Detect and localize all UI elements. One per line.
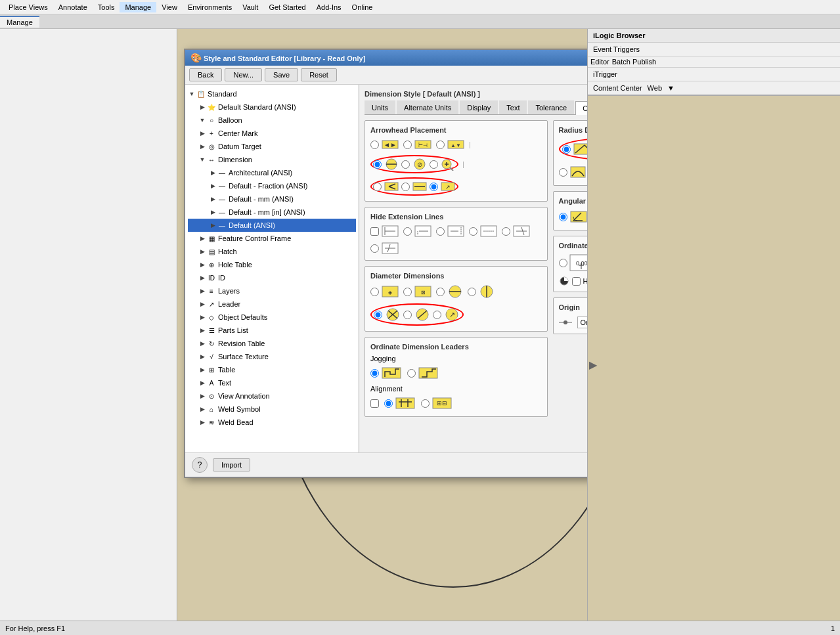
tree-item-revision-table[interactable]: ▶↻Revision Table	[188, 337, 356, 350]
tree-item-center-mark[interactable]: ▶+Center Mark	[188, 127, 356, 140]
align-radio-input-1[interactable]	[384, 399, 393, 408]
arrow-radio-9[interactable]: ↗	[430, 180, 456, 193]
diam-radio-7[interactable]: ↗	[433, 307, 460, 322]
batch-publish-tab[interactable]: Batch Publish	[612, 58, 656, 66]
help-button[interactable]: ?	[192, 457, 208, 473]
tree-item-object-defaults[interactable]: ▶◇Object Defaults	[188, 311, 356, 324]
orig-radio-1[interactable]: 0.00	[559, 253, 588, 272]
diam-radio-input-5[interactable]	[374, 311, 382, 319]
menu-view[interactable]: View	[156, 2, 183, 12]
jog-radio-2[interactable]	[407, 365, 439, 381]
orig-radio-input-1[interactable]	[559, 259, 567, 267]
tree-item-default---mm-[in]-ansi[interactable]: ▶—Default - mm [in] (ANSI)	[188, 206, 356, 219]
tree-expander[interactable]: ▶	[198, 248, 206, 255]
tree-item-hole-table[interactable]: ▶⊕Hole Table	[188, 258, 356, 271]
hide-ext-radio-input-4[interactable]	[502, 227, 510, 236]
arrow-radio-input-6[interactable]	[430, 160, 438, 169]
arrow-radio-input-8[interactable]	[401, 183, 410, 191]
hide-ext-radio-4[interactable]	[502, 225, 531, 238]
tree-expander[interactable]: ▶	[198, 235, 206, 242]
menu-tools[interactable]: Tools	[93, 2, 120, 12]
menu-online[interactable]: Online	[347, 2, 378, 12]
menu-vault[interactable]: Vault	[237, 2, 263, 12]
align-radio-2[interactable]: ⊞⊟	[421, 395, 453, 411]
tab-display[interactable]: Display	[460, 100, 498, 114]
jog-radio-input-2[interactable]	[407, 369, 416, 378]
rad-radio-input-6[interactable]	[559, 168, 567, 177]
hide-ext-radio-3[interactable]	[469, 225, 498, 238]
hide-origin-checkbox[interactable]	[572, 277, 581, 286]
tree-item-datum-target[interactable]: ▶◎Datum Target	[188, 140, 356, 153]
hide-ext-radio-input-1[interactable]	[403, 227, 412, 236]
tree-item-architectural-ansi[interactable]: ▶—Architectural (ANSI)	[188, 166, 356, 179]
itrigger-tab[interactable]: iTrigger	[593, 70, 617, 78]
rad-radio-6[interactable]	[559, 164, 586, 180]
tree-item-parts-list[interactable]: ▶☰Parts List	[188, 324, 356, 337]
tree-item-dimension[interactable]: ▼↔Dimension	[188, 153, 356, 166]
menu-get-started[interactable]: Get Started	[263, 2, 311, 12]
arrow-radio-6[interactable]	[430, 158, 456, 171]
diam-radio-input-1[interactable]	[370, 288, 379, 296]
arrow-radio-input-1[interactable]	[370, 141, 379, 149]
tree-item-table[interactable]: ▶⊞Table	[188, 363, 356, 376]
tree-item-hatch[interactable]: ▶▤Hatch	[188, 245, 356, 258]
arrow-radio-input-4[interactable]	[373, 160, 382, 169]
tree-expander[interactable]: ▶	[198, 340, 206, 347]
arrow-radio-5[interactable]: ⊘	[401, 158, 428, 171]
align-check[interactable]	[370, 399, 379, 408]
tree-expander[interactable]: ▶	[209, 169, 217, 176]
reset-button[interactable]: Reset	[301, 68, 337, 81]
tab-alternate-units[interactable]: Alternate Units	[397, 100, 458, 114]
menu-annotate[interactable]: Annotate	[53, 2, 93, 12]
tree-item-default---fraction-ansi[interactable]: ▶—Default - Fraction (ANSI)	[188, 179, 356, 192]
tree-expander[interactable]: ▼	[198, 156, 206, 163]
tree-item-weld-symbol[interactable]: ▶⌂Weld Symbol	[188, 403, 356, 416]
tree-item-surface-texture[interactable]: ▶√Surface Texture	[188, 350, 356, 363]
back-button[interactable]: Back	[189, 68, 222, 81]
tree-expander[interactable]: ▶	[198, 380, 206, 386]
web-tab[interactable]: Web	[648, 84, 662, 92]
tree-expander[interactable]: ▶	[198, 274, 206, 281]
arrow-radio-3[interactable]: ▲▼	[436, 138, 465, 151]
tree-expander[interactable]: ▶	[198, 327, 206, 334]
align-checkbox[interactable]	[370, 399, 379, 408]
hide-origin-label[interactable]: Hide Origin Indicator	[559, 276, 588, 286]
hide-ext-check[interactable]	[370, 225, 399, 238]
menu-environments[interactable]: Environments	[183, 2, 237, 12]
tree-expander[interactable]: ▶	[209, 209, 217, 215]
ribbon-tab-manage[interactable]: Manage	[0, 16, 39, 28]
diam-radio-input-7[interactable]	[433, 311, 441, 319]
tree-item-balloon[interactable]: ▼○Balloon	[188, 114, 356, 127]
diam-radio-3[interactable]	[436, 284, 464, 299]
tree-item-standard[interactable]: ▼📋Standard	[188, 87, 356, 100]
arrow-radio-input-3[interactable]	[436, 141, 445, 149]
arrow-radio-input-9[interactable]	[430, 183, 438, 191]
tree-expander[interactable]: ▶	[198, 143, 206, 150]
arrow-radio-4[interactable]	[373, 158, 399, 171]
hide-ext-radio-input-5[interactable]	[370, 244, 379, 253]
tree-expander[interactable]: ▶	[198, 406, 206, 412]
tree-item-default-standard-ansi[interactable]: ▶⭐Default Standard (ANSI)	[188, 100, 356, 114]
arrow-radio-7[interactable]	[373, 180, 399, 193]
diam-radio-input-4[interactable]	[468, 288, 476, 296]
tab-options[interactable]: Options	[575, 101, 587, 115]
hide-ext-radio-2[interactable]	[436, 225, 465, 238]
tree-expander[interactable]: ▼	[188, 91, 196, 97]
menu-manage[interactable]: Manage	[120, 2, 156, 12]
tree-expander[interactable]: ▶	[198, 353, 206, 360]
tree-item-layers[interactable]: ▶≡Layers	[188, 284, 356, 297]
hide-ext-checkbox[interactable]	[370, 227, 379, 236]
editor-tab[interactable]: Editor	[590, 58, 609, 66]
save-button[interactable]: Save	[265, 68, 298, 81]
tree-item-weld-bead[interactable]: ▶≋Weld Bead	[188, 416, 356, 429]
arrow-radio-2[interactable]: ⊢⊣	[403, 138, 432, 151]
align-radio-1[interactable]	[384, 395, 416, 411]
diam-radio-input-2[interactable]	[403, 288, 412, 296]
ang-radio-input-1[interactable]	[559, 213, 567, 221]
align-radio-input-2[interactable]	[421, 399, 430, 408]
tree-expander[interactable]: ▼	[198, 117, 206, 123]
arrow-radio-input-5[interactable]	[401, 160, 410, 169]
diam-radio-6[interactable]	[403, 307, 431, 322]
tree-expander[interactable]: ▶	[209, 196, 217, 202]
tab-tolerance[interactable]: Tolerance	[528, 100, 574, 114]
